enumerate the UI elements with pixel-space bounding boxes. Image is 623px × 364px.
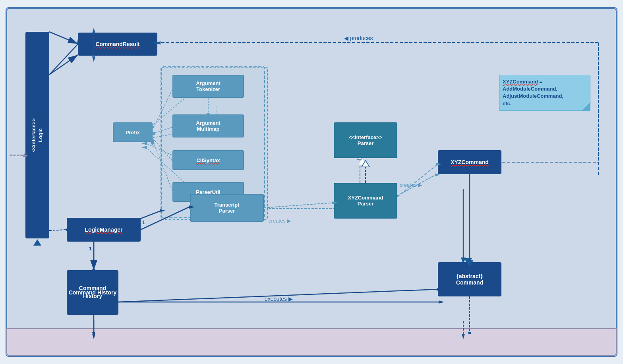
abstract-command-box: {abstract}Command	[438, 262, 501, 296]
abstract-command-label: {abstract}Command	[456, 273, 483, 286]
argument-multimap-box: ArgumentMultimap	[172, 114, 244, 137]
command-history-label: Command History	[69, 289, 117, 296]
argument-tokenizer-label: ArgumentTokenizer	[196, 80, 220, 92]
xyz-command-box: XYZCommand	[438, 150, 501, 174]
interface-parser-box: <<interface>>Parser	[334, 122, 397, 158]
creates-label-2: creates ▶	[400, 182, 422, 188]
produces-label: ◀ produces	[344, 35, 373, 41]
transcript-parser-label: TranscriptParser	[215, 202, 240, 214]
xyz-command-note-text: XYZCommand	[503, 79, 538, 85]
interface-logic-triangle	[33, 239, 41, 246]
transcript-parser-box: TranscriptParser	[190, 194, 264, 222]
command-result-label: CommandResult	[95, 41, 139, 47]
cli-syntax-label: CliSyntax	[196, 157, 220, 163]
inheritance-triangle	[358, 158, 366, 165]
xyz-command-parser-label: XYZCommandParser	[348, 195, 383, 207]
xyz-command-label: XYZCommand	[451, 159, 489, 165]
logic-manager-label: LogicManager	[85, 227, 123, 233]
creates-label-1: creates ▶	[269, 218, 291, 224]
argument-multimap-label: ArgumentMultimap	[196, 120, 220, 132]
logic-manager-box: LogicManager	[67, 218, 141, 242]
command-history-box: Command History	[67, 270, 118, 315]
multiplicity-1-right: 1	[142, 219, 145, 225]
cli-syntax-box: CliSyntax	[172, 150, 244, 170]
xyz-command-parser-box: XYZCommandParser	[334, 183, 397, 219]
command-triangle	[464, 258, 472, 265]
prefix-box: Prefix	[113, 122, 153, 142]
diagram-container: <<interface>>Logic CommandResult LogicMa…	[6, 7, 617, 357]
interface-logic-box: <<interface>>Logic	[25, 32, 49, 238]
interface-logic-text: <<interface>>Logic	[31, 118, 44, 152]
command-result-box: CommandResult	[78, 33, 157, 56]
interface-parser-label: <<interface>>Parser	[349, 134, 383, 146]
argument-tokenizer-box: ArgumentTokenizer	[172, 75, 244, 98]
multiplicity-1-down: 1	[89, 246, 92, 252]
prefix-label: Prefix	[126, 130, 140, 136]
model-region	[6, 328, 617, 356]
xyz-command-note-box: XYZCommand =AddModuleCommand,AdjustModul…	[499, 75, 590, 111]
executes-label: executes ▶	[265, 296, 293, 302]
